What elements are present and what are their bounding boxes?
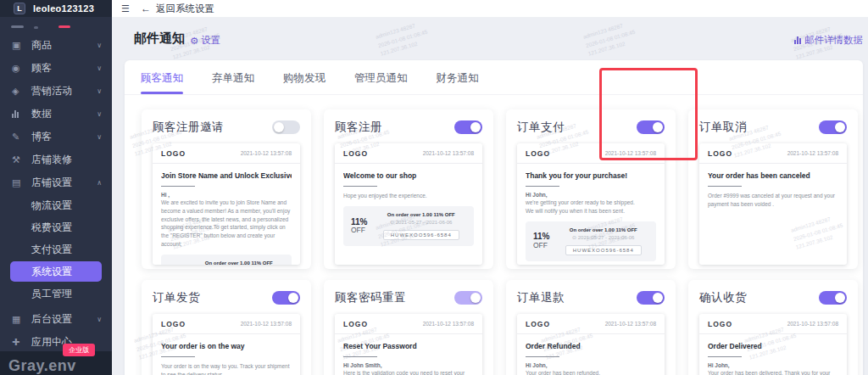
subitem-label: 员工管理 <box>31 287 72 301</box>
toggle-order-paid[interactable] <box>637 120 665 134</box>
email-preview[interactable]: LOGO 2021-10-12 13:57:08 Your order has … <box>699 143 847 265</box>
notification-card-order-canceled: 订单取消 LOGO 2021-10-12 13:57:08 Your order… <box>688 109 858 269</box>
tab-bar: 顾客通知 弃单通知 购物发现 管理员通知 财务通知 <box>125 60 863 95</box>
customers-icon <box>12 63 25 74</box>
sidebar-item-label: 后台设置 <box>31 312 72 327</box>
sidebar-item-customers[interactable]: 顾客 <box>0 57 112 80</box>
email-heading: Join Store Name and Unlock Exclusive Ben… <box>161 171 292 180</box>
toggle-customer-invite[interactable] <box>272 120 300 134</box>
card-title: 订单退款 <box>517 290 565 305</box>
toggle-knob <box>653 122 663 132</box>
divider <box>161 356 195 357</box>
toggle-order-canceled[interactable] <box>819 120 847 134</box>
settings-link[interactable]: 设置 <box>190 34 220 47</box>
wrench-icon <box>12 337 25 348</box>
email-preview[interactable]: LOGO 2021-10-12 13:57:08 Welcome to our … <box>335 143 482 265</box>
email-greeting: Hi John, <box>526 362 656 368</box>
email-body-text: Your order is on the way to you. Track y… <box>161 362 292 375</box>
sidebar-subitem-logistics[interactable]: 物流设置 <box>0 194 112 216</box>
sidebar-item-label: 店铺设置 <box>31 176 72 190</box>
card-title: 订单支付 <box>517 120 565 135</box>
tab-label: 弃单通知 <box>212 72 254 84</box>
notification-card-password-reset: 顾客密码重置 LOGO 2021-10-12 13:57:08 Reset Yo… <box>324 280 493 375</box>
sidebar-item-products[interactable]: 商品 <box>0 34 112 57</box>
cards-grid: 顾客注册邀请 LOGO 2021-10-12 13:57:08 Join Sto… <box>142 109 858 375</box>
email-heading: Order Refunded <box>526 342 656 350</box>
content-panel: 顾客通知 弃单通知 购物发现 管理员通知 财务通知 顾客注册邀请 LOGO 20… <box>125 60 863 375</box>
toggle-knob <box>274 122 284 132</box>
arrow-left-icon[interactable] <box>141 3 151 14</box>
toggle-knob <box>835 293 845 303</box>
partial-bar <box>11 25 24 28</box>
email-heading: Reset Your Password <box>343 342 474 350</box>
subitem-label: 物流设置 <box>31 199 72 213</box>
notification-card-customer-invite: 顾客注册邀请 LOGO 2021-10-12 13:57:08 Join Sto… <box>142 109 311 269</box>
sidebar-subitem-system-active[interactable]: 系统设置 <box>0 260 112 283</box>
sidebar-item-label: 营销活动 <box>31 84 72 98</box>
email-preview[interactable]: LOGO 2021-10-12 13:57:08 Reset Your Pass… <box>335 314 482 375</box>
email-stats-link[interactable]: 邮件详情数据 <box>794 34 863 47</box>
email-greeting: Hi John, <box>708 362 838 368</box>
email-body-text: We are excited to invite you to join Sto… <box>161 199 292 249</box>
hamburger-icon[interactable] <box>121 3 130 14</box>
email-date: 2021-10-12 13:57:08 <box>605 321 656 327</box>
toggle-order-refund[interactable] <box>637 291 665 305</box>
partial-dot <box>34 26 38 29</box>
email-logo: LOGO <box>526 320 550 328</box>
card-title: 订单取消 <box>699 120 747 135</box>
tab-label: 购物发现 <box>283 72 326 84</box>
tab-admin-notifications[interactable]: 管理员通知 <box>354 71 408 94</box>
sidebar-subitem-payment[interactable]: 支付设置 <box>0 238 112 260</box>
store-logo[interactable]: L <box>14 3 25 14</box>
sidebar-item-app-center[interactable]: 应用中心 <box>0 331 112 354</box>
sidebar-item-store-design[interactable]: 店铺装修 <box>0 148 112 171</box>
chevron-down-icon <box>97 64 102 72</box>
toggle-customer-register[interactable] <box>454 120 482 134</box>
sidebar-subitem-staff[interactable]: 员工管理 <box>0 283 112 305</box>
tab-abandoned-order[interactable]: 弃单通知 <box>212 71 254 94</box>
tab-customer-notifications[interactable]: 顾客通知 <box>141 71 183 94</box>
chevron-down-icon <box>97 87 102 95</box>
email-body-text: We will notify you when it has been sent… <box>526 207 656 215</box>
gear-icon <box>190 35 198 47</box>
card-title: 顾客密码重置 <box>335 290 406 305</box>
email-date: 2021-10-12 13:57:08 <box>787 150 838 156</box>
clock-icon <box>390 220 396 225</box>
coupon-block: 11%OFF On order over 1.00 11% OFF 2021-0… <box>161 255 292 266</box>
sidebar-item-blog[interactable]: 博客 <box>0 126 112 148</box>
sidebar-item-backend[interactable]: 后台设置 <box>0 308 112 331</box>
toggle-knob <box>288 293 298 303</box>
sidebar-item-marketing[interactable]: 营销活动 <box>0 80 112 103</box>
enterprise-badge: 企业版 <box>63 344 95 356</box>
email-date: 2021-10-12 13:57:08 <box>241 150 292 156</box>
sidebar-item-store-settings[interactable]: 店铺设置 <box>0 171 112 194</box>
card-title: 订单发货 <box>153 290 200 305</box>
email-preview[interactable]: LOGO 2021-10-12 13:57:08 Join Store Name… <box>153 143 300 265</box>
sidebar-subitem-tax[interactable]: 税费设置 <box>0 216 112 238</box>
coupon-condition: On order over 1.00 11% OFF <box>558 227 648 232</box>
email-body-text: Your order has been delivered. Thank you… <box>708 369 838 375</box>
email-preview[interactable]: LOGO 2021-10-12 13:57:08 Order Refunded … <box>517 314 665 375</box>
email-date: 2021-10-12 13:57:08 <box>605 150 656 156</box>
toggle-order-delivered[interactable] <box>819 291 847 305</box>
email-preview[interactable]: LOGO 2021-10-12 13:57:08 Your order is o… <box>153 314 300 375</box>
tab-finance-notifications[interactable]: 财务通知 <box>437 71 479 94</box>
email-preview[interactable]: LOGO 2021-10-12 13:57:08 Thank you for y… <box>517 143 665 265</box>
email-heading: Order Delivered <box>708 342 838 350</box>
username[interactable]: leoleo123123 <box>33 3 94 14</box>
notification-bar <box>58 25 70 28</box>
email-preview[interactable]: LOGO 2021-10-12 13:57:08 Order Delivered… <box>699 314 847 375</box>
sidebar-item-label: 顾客 <box>31 61 52 76</box>
toggle-order-shipped[interactable] <box>272 291 300 305</box>
tab-shopping-discovery[interactable]: 购物发现 <box>283 71 326 94</box>
email-logo: LOGO <box>343 149 368 158</box>
toggle-password-reset[interactable] <box>454 291 482 305</box>
sidebar-item-label: 商品 <box>31 38 52 53</box>
paint-roller-icon <box>12 154 25 165</box>
coupon-block: 11%OFF On order over 1.00 11% OFF 2021-0… <box>526 221 656 261</box>
divider <box>161 186 195 187</box>
sidebar-item-data[interactable]: 数据 <box>0 103 112 126</box>
email-logo: LOGO <box>343 320 368 328</box>
back-link[interactable]: 返回系统设置 <box>156 3 214 15</box>
divider <box>526 356 559 357</box>
